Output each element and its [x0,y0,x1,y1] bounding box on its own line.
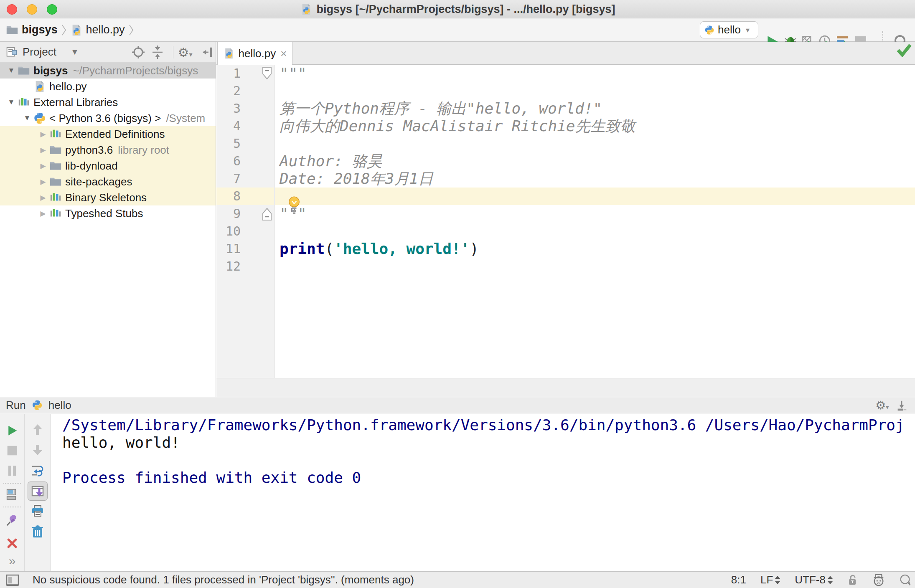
tab-hello-py[interactable]: hello.py × [217,42,292,65]
folder-icon [49,144,62,156]
fold-start-icon[interactable] [262,66,274,81]
tree-right-arrow-icon[interactable]: ▶ [37,162,49,170]
tree-right-arrow-icon[interactable]: ▶ [37,209,49,218]
locate-file-icon[interactable] [132,46,145,59]
hide-panel-icon[interactable] [201,46,214,58]
updown-arrows-icon [827,575,833,585]
tree-item-external-libraries[interactable]: ▼External Libraries [0,94,216,110]
unlock-icon[interactable] [847,574,858,586]
notification-bubble-icon[interactable] [899,574,912,586]
tree-item-label: < Python 3.6 (bigsys) > [49,112,161,125]
panel-title[interactable]: Project [23,46,56,58]
tree-right-arrow-icon[interactable]: ▶ [37,193,49,202]
scroll-to-end-button[interactable] [31,484,44,498]
tree-item--python-3.6-bigsys-[interactable]: ▼< Python 3.6 (bigsys) >/System [0,110,216,126]
run-configuration-select[interactable]: hello ▾ [700,21,758,38]
code-line-2[interactable] [275,82,915,100]
line-number[interactable]: 3 [216,100,274,117]
down-stack-trace-button[interactable] [32,444,43,456]
code-line-12[interactable] [275,258,915,275]
tree-item-label: External Libraries [33,96,118,109]
tree-item-lib-dynload[interactable]: ▶lib-dynload [0,158,216,174]
collapse-all-icon[interactable] [151,46,164,59]
breadcrumb-file[interactable]: hello.py [86,23,125,36]
line-number[interactable]: 8 [216,188,274,205]
line-number[interactable]: 5 [216,135,274,152]
python-file-icon [223,48,235,59]
rerun-button[interactable] [6,425,18,436]
breadcrumb-project[interactable]: bigsys [22,23,58,36]
folder-icon [49,175,62,188]
tree-item-typeshed-stubs[interactable]: ▶Typeshed Stubs [0,205,216,221]
close-run-panel-button[interactable] [6,537,18,549]
gear-icon[interactable]: ⚙▾ [875,398,889,412]
tree-item-binary-skeletons[interactable]: ▶Binary Skeletons [0,190,216,205]
tree-item-label: bigsys [33,64,68,77]
tree-item-site-packages[interactable]: ▶site-packages [0,174,216,190]
code-line-6[interactable]: Author: 骆昊 [275,152,915,170]
line-number[interactable]: 11 [216,240,274,258]
code-line-8[interactable] [275,188,915,205]
code-editor[interactable]: """第一个Python程序 - 输出"hello, world!"向伟大的De… [275,65,915,378]
hide-run-panel-icon[interactable] [895,400,908,412]
run-panel-title[interactable]: Run [6,399,26,412]
caret-position-widget[interactable]: 8:1 [731,573,746,586]
editor-area: hello.py × 123456789101112 """第一个Python程… [216,42,915,397]
intention-bulb-icon[interactable] [287,196,302,214]
code-line-3[interactable]: 第一个Python程序 - 输出"hello, world!" [275,100,915,117]
console-output[interactable]: /System/Library/Frameworks/Python.framew… [51,414,915,572]
run-configuration-name: hello [718,23,741,36]
restore-layout-button[interactable] [6,488,18,501]
tree-item-python3.6[interactable]: ▶python3.6library root [0,142,216,158]
fold-end-icon[interactable] [262,207,274,222]
tree-down-arrow-icon[interactable]: ▼ [5,98,18,106]
line-number[interactable]: 12 [216,258,274,275]
line-number[interactable]: 6 [216,152,274,170]
clear-console-button[interactable] [31,525,44,538]
code-line-10[interactable] [275,223,915,240]
run-tab-name[interactable]: hello [48,399,71,412]
editor-gutter[interactable]: 123456789101112 [216,65,274,378]
run-panel-content: » [0,414,915,572]
encoding-widget[interactable]: UTF-8 [795,573,833,586]
token-plain: ) [470,240,479,257]
line-number[interactable]: 4 [216,117,274,135]
folder-icon [49,160,62,172]
code-line-11[interactable]: print('hello, world!') [275,240,915,258]
tree-down-arrow-icon[interactable]: ▼ [5,66,18,75]
more-actions-chevrons[interactable]: » [9,554,16,568]
tree-down-arrow-icon[interactable]: ▼ [21,114,33,122]
hector-inspector-icon[interactable] [872,574,885,586]
print-console-button[interactable] [31,504,44,517]
project-tree: ▼bigsys~/PycharmProjects/bigsyshello.py▼… [0,63,216,221]
line-separator-widget[interactable]: LF [760,573,780,586]
stop-process-button[interactable] [7,445,18,456]
line-number[interactable]: 7 [216,170,274,188]
code-line-5[interactable] [275,135,915,152]
up-stack-trace-button[interactable] [32,423,43,436]
tree-right-arrow-icon[interactable]: ▶ [37,146,49,155]
toolwindow-switcher-icon[interactable] [6,574,19,586]
code-line-9[interactable]: """ [275,205,915,223]
close-tab-icon[interactable]: × [280,47,287,60]
tree-item-hello.py[interactable]: hello.py [0,79,216,94]
tree-right-arrow-icon[interactable]: ▶ [37,130,49,139]
token-doc: 第一个Python程序 - 输出"hello, world!" [280,100,602,117]
code-line-4[interactable]: 向伟大的Dennis MacAlistair Ritchie先生致敬 [275,117,915,135]
panel-header-separator [173,46,173,58]
tree-right-arrow-icon[interactable]: ▶ [37,177,49,186]
inspection-ok-icon[interactable] [897,43,912,57]
line-number[interactable]: 2 [216,82,274,100]
code-line-7[interactable]: Date: 2018年3月1日 [275,170,915,188]
pause-output-button[interactable] [7,465,17,476]
tree-item-bigsys[interactable]: ▼bigsys~/PycharmProjects/bigsys [0,63,216,79]
gear-icon[interactable]: ⚙▾ [178,45,193,60]
status-message[interactable]: No suspicious code found. 1 files proces… [33,573,414,586]
pin-tab-button[interactable] [6,514,18,527]
line-number[interactable]: 10 [216,223,274,240]
soft-wrap-button[interactable] [31,464,44,477]
code-line-1[interactable]: """ [275,65,915,82]
chevron-down-icon[interactable]: ▼ [71,47,79,57]
token-string: 'hello, world!' [334,240,470,257]
tree-item-extended-definitions[interactable]: ▶Extended Definitions [0,126,216,142]
